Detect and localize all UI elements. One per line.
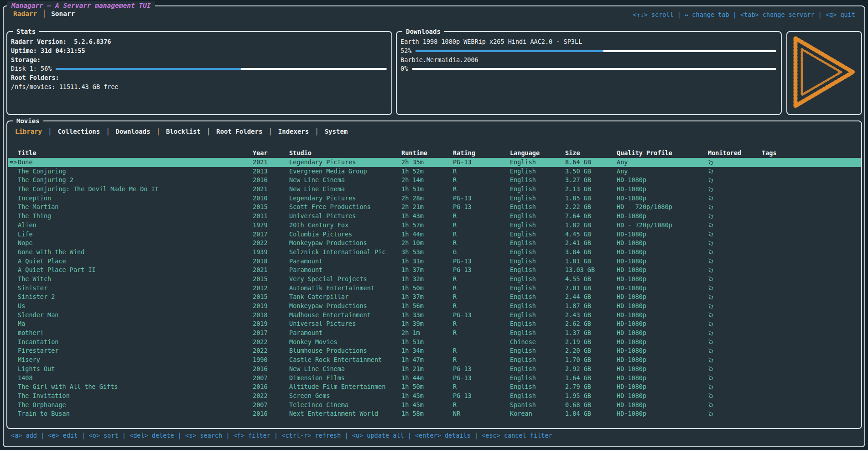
cell-runtime: 2h 28m xyxy=(401,194,453,203)
cell-runtime: 1h 45m xyxy=(401,392,453,401)
cell-rating: R xyxy=(453,185,510,194)
cell-quality: Any xyxy=(617,167,708,176)
cell-language: English xyxy=(510,221,565,230)
table-row[interactable]: Sinister 22015Tank Caterpillar1h 37mREng… xyxy=(8,293,861,302)
cell-monitored xyxy=(708,221,762,230)
table-row[interactable]: Life2017Columbia Pictures1h 44mREnglish4… xyxy=(8,230,861,239)
table-row[interactable]: Firestarter2022Blumhouse Productions1h 3… xyxy=(8,346,861,356)
cell-title: A Quiet Place xyxy=(18,257,253,266)
cell-runtime: 1h 51m xyxy=(401,185,453,194)
cell-quality: HD-1080p xyxy=(617,293,708,302)
table-row[interactable]: Train to Busan2016Next Entertainment Wor… xyxy=(8,409,861,419)
table-row[interactable]: Misery1990Castle Rock Entertainment1h 47… xyxy=(8,356,861,365)
tag-icon xyxy=(708,339,714,345)
cell-runtime: 1h 43m xyxy=(401,212,453,221)
cell-quality: HD-1080p xyxy=(617,319,708,329)
tag-icon xyxy=(708,366,714,372)
cell-language: English xyxy=(510,275,565,284)
table-row[interactable]: A Quiet Place Part II2021Paramount1h 37m… xyxy=(8,266,861,275)
cell-language: English xyxy=(510,230,565,239)
disk-usage-row: Disk 1: 56% xyxy=(11,64,387,73)
app-title: Managarr – A Servarr management TUI xyxy=(7,1,155,10)
cell-rating: PG-13 xyxy=(453,365,510,374)
movies-tab-system[interactable]: System xyxy=(319,128,354,135)
table-row[interactable]: Inception2010Legendary Pictures2h 28mPG-… xyxy=(8,194,861,203)
table-row[interactable]: Us2019Monkeypaw Productions1h 56mREnglis… xyxy=(8,302,861,311)
table-row[interactable]: Alien197920th Century Fox1h 57mREnglish1… xyxy=(8,221,861,230)
cell-studio: Monkey Movies xyxy=(289,338,401,347)
tab-separator: │ xyxy=(315,128,318,135)
servarr-tab-radarr[interactable]: Radarr xyxy=(8,10,42,17)
movies-tab-indexers[interactable]: Indexers xyxy=(272,128,315,135)
cell-rating: PG-13 xyxy=(453,374,510,383)
cell-monitored xyxy=(708,203,762,212)
table-row[interactable]: Ma2019Universal Pictures1h 39mREnglish2.… xyxy=(8,319,861,329)
table-row[interactable]: Sinister2012Automatik Entertainment1h 50… xyxy=(8,284,861,293)
download-percent: 0% xyxy=(400,64,408,73)
cell-rating: R xyxy=(453,401,510,410)
column-header-studio: Studio xyxy=(289,149,401,158)
cell-language: English xyxy=(510,293,565,302)
download-progress-gauge xyxy=(412,68,776,70)
table-row[interactable]: The Thing2011Universal Pictures1h 43mREn… xyxy=(8,212,861,221)
table-row[interactable]: A Quiet Place2018Paramount1h 31mPG-13Eng… xyxy=(8,257,861,266)
cell-size: 1.37 GB xyxy=(565,329,617,338)
cell-runtime: 2h 35m xyxy=(401,158,453,167)
movies-tab-collections[interactable]: Collections xyxy=(52,128,106,135)
cell-rating: R xyxy=(453,382,510,392)
table-row[interactable]: Nope2022Monkeypaw Productions2h 10mREngl… xyxy=(8,239,861,248)
movies-tab-downloads[interactable]: Downloads xyxy=(110,128,156,135)
cell-studio: Automatik Entertainment xyxy=(289,284,401,293)
table-row[interactable]: Slender Man2018Madhouse Entertainment1h … xyxy=(8,311,861,320)
table-row[interactable]: The Conjuring2013Evergreen Media Group1h… xyxy=(8,167,861,176)
tag-icon xyxy=(708,222,714,229)
cell-year: 2018 xyxy=(253,257,289,266)
tag-icon xyxy=(708,375,714,382)
cell-rating: R xyxy=(453,167,510,176)
cell-monitored xyxy=(708,392,762,401)
table-row[interactable]: 14082007Dimension Films1h 44mPG-13Englis… xyxy=(8,374,861,383)
radarr-version: Radarr Version: 5.2.6.8376 xyxy=(11,37,387,47)
cell-size: 1.81 GB xyxy=(565,257,617,266)
table-row[interactable]: Lights Out2016New Line Cinema1h 21mPG-13… xyxy=(8,365,861,374)
table-row[interactable]: =>Dune2021Legendary Pictures2h 35mPG-13E… xyxy=(8,158,861,167)
cell-size: 2.43 GB xyxy=(565,311,617,320)
table-row[interactable]: The Girl with All the Gifts2016Altitude … xyxy=(8,382,861,392)
cell-studio: Paramount xyxy=(289,266,401,275)
servarr-tab-sonarr[interactable]: Sonarr xyxy=(46,10,80,17)
table-row[interactable]: Incantation2022Monkey Movies1h 51mChines… xyxy=(8,338,861,347)
cell-runtime: 1h 21m xyxy=(401,365,453,374)
cell-quality: HD - 720p/1080p xyxy=(617,221,708,230)
cell-year: 2010 xyxy=(253,194,289,203)
cell-studio: Universal Pictures xyxy=(289,319,401,329)
cell-size: 1.87 GB xyxy=(565,302,617,311)
cell-rating: R xyxy=(453,356,510,365)
table-row[interactable]: Gone with the Wind1939Selznick Internati… xyxy=(8,248,861,257)
cell-size: 7.64 GB xyxy=(565,212,617,221)
table-row[interactable]: The Invitation2022Screen Gems1h 45mPG-13… xyxy=(8,392,861,401)
cell-title: The Conjuring xyxy=(18,167,253,176)
table-row[interactable]: The Conjuring 22016New Line Cinema2h 14m… xyxy=(8,176,861,185)
table-row[interactable]: The Martian2015Scott Free Productions2h … xyxy=(8,203,861,212)
cell-title: Life xyxy=(18,230,253,239)
cell-quality: HD - 720p/1080p xyxy=(617,203,708,212)
movies-tab-blocklist[interactable]: Blocklist xyxy=(160,128,207,135)
cell-monitored xyxy=(708,284,762,293)
movies-tab-root-folders[interactable]: Root Folders xyxy=(210,128,268,135)
tag-icon xyxy=(708,392,714,399)
cell-size: 1.84 GB xyxy=(565,409,617,419)
cell-size: 8.64 GB xyxy=(565,158,617,167)
cell-title: Incantation xyxy=(18,338,253,347)
cell-monitored xyxy=(708,167,762,176)
movies-tab-library[interactable]: Library xyxy=(9,128,48,135)
tag-icon xyxy=(708,285,714,292)
table-row[interactable]: The Witch2015Very Special Projects1h 32m… xyxy=(8,275,861,284)
table-row[interactable]: The Conjuring: The Devil Made Me Do It20… xyxy=(8,185,861,194)
cell-language: English xyxy=(510,302,565,311)
cell-rating: PG-13 xyxy=(453,266,510,275)
cell-year: 2022 xyxy=(253,239,289,248)
cell-year: 2021 xyxy=(253,185,289,194)
table-row[interactable]: mother!2017Paramount2h 1mREnglish1.37 GB… xyxy=(8,329,861,338)
table-row[interactable]: The Orphanage2007Telecinco Cinema1h 45mR… xyxy=(8,401,861,410)
cell-language: Spanish xyxy=(510,401,565,410)
